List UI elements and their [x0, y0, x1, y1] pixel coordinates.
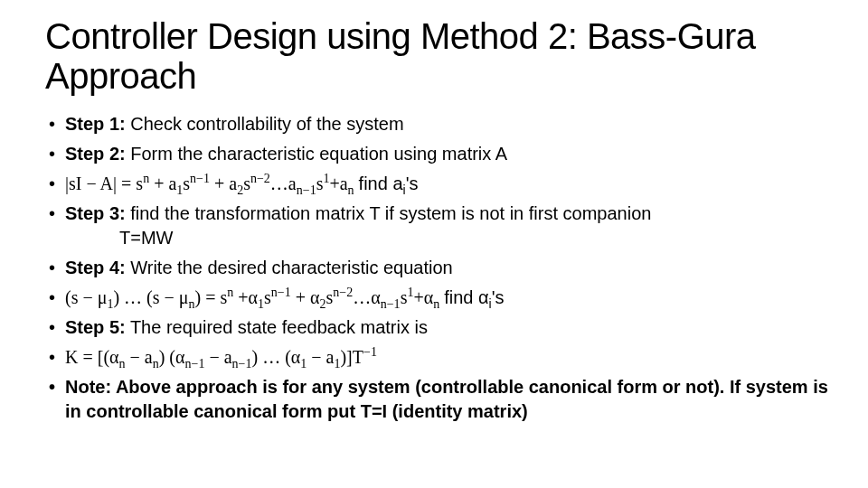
- k-s2: n: [153, 357, 159, 371]
- dp-expnm1: n−1: [271, 286, 291, 299]
- cp-a1: + a: [149, 174, 176, 193]
- dp-d1: ) … (s − μ: [113, 287, 188, 307]
- k-expr: K = [(αn − an) (αn−1 − an−1) … (α1 − a1)…: [65, 347, 377, 367]
- step-1-text: Check controllability of the system: [126, 114, 404, 134]
- k-m2: ) (α: [159, 347, 185, 367]
- dp-eq: ) = s: [195, 287, 228, 307]
- step-3: Step 3: find the transformation matrix T…: [45, 202, 832, 250]
- dp-expnm2: n−2: [333, 286, 353, 299]
- slide-title: Controller Design using Method 2: Bass-G…: [45, 16, 832, 96]
- bullet-list: Step 1: Check controllability of the sys…: [45, 112, 832, 424]
- char-poly-expr: |sI − A| = sn + a1sn−1 + a2sn−2…an−1s1+a…: [65, 174, 359, 193]
- k-s3: n−1: [185, 357, 205, 371]
- k-matrix: K = [(αn − an) (αn−1 − an−1) … (α1 − a1)…: [45, 345, 832, 370]
- char-poly: |sI − A| = sn + a1sn−1 + a2sn−2…an−1s1+a…: [45, 172, 832, 196]
- step-1: Step 1: Check controllability of the sys…: [45, 112, 832, 136]
- k-s1: n: [119, 357, 126, 371]
- dp-subnm1: n−1: [381, 297, 401, 311]
- step-4-text: Write the desired characteristic equatio…: [126, 258, 453, 277]
- step-1-label: Step 1:: [65, 114, 126, 134]
- dp-al2: + α: [291, 287, 320, 307]
- dp-dots: …α: [353, 287, 380, 307]
- cp-find-post: 's: [406, 174, 419, 193]
- cp-dots: …a: [270, 174, 297, 193]
- dp-al1: +α: [233, 287, 258, 307]
- cp-s2: s: [183, 174, 190, 193]
- step-5-label: Step 5:: [65, 317, 126, 337]
- cp-an: +a: [329, 174, 347, 193]
- cp-s3: s: [243, 174, 250, 193]
- cp-find: find ai's: [359, 174, 419, 193]
- step-2: Step 2: Form the characteristic equation…: [45, 142, 832, 166]
- step-2-label: Step 2:: [65, 144, 126, 164]
- dp-find-post: 's: [492, 287, 505, 307]
- note-text: Above approach is for any system (contro…: [65, 377, 828, 421]
- step-4: Step 4: Write the desired characteristic…: [45, 256, 832, 280]
- cp-sub-nm1: n−1: [297, 183, 316, 197]
- k-m6: )]T: [340, 347, 363, 367]
- dp-alns: n: [433, 297, 439, 311]
- cp-exp-nm2: n−2: [250, 172, 270, 185]
- step-2-text: Form the characteristic equation using m…: [126, 144, 507, 164]
- k-inv: −1: [363, 345, 377, 359]
- step-3-label: Step 3:: [65, 203, 126, 223]
- k-m5: − a: [307, 347, 334, 367]
- slide: Controller Design using Method 2: Bass-G…: [0, 0, 868, 447]
- step-3-text: find the transformation matrix T if syst…: [126, 203, 652, 223]
- dp-aln: +α: [413, 287, 433, 307]
- desired-poly: (s − μ1) … (s − μn) = sn +α1sn−1 + α2sn−…: [45, 286, 832, 310]
- cp-subn: n: [348, 183, 354, 197]
- dp-s2: s: [264, 287, 271, 307]
- cp-find-pre: find a: [359, 174, 403, 193]
- k-s4: n−1: [232, 357, 252, 371]
- cp-exp-nm1: n−1: [190, 172, 210, 185]
- note: Note: Above approach is for any system (…: [45, 375, 832, 424]
- k-pre: K = [(α: [65, 347, 119, 367]
- step-5-text: The required state feedback matrix is: [126, 317, 428, 337]
- desired-expr: (s − μ1) … (s − μn) = sn +α1sn−1 + α2sn−…: [65, 287, 444, 307]
- dp-subn: n: [189, 297, 195, 311]
- step-5: Step 5: The required state feedback matr…: [45, 315, 832, 340]
- cp-a2: + a: [210, 174, 237, 193]
- step-4-label: Step 4:: [65, 258, 126, 277]
- dp-find-pre: find α: [444, 287, 488, 307]
- k-m1: − a: [126, 347, 153, 367]
- k-m3: − a: [204, 347, 231, 367]
- dp-al2s: 2: [320, 297, 326, 311]
- dp-al1s: 1: [258, 297, 264, 311]
- dp-find: find αi's: [444, 287, 504, 307]
- dp-s1: (s − μ: [65, 287, 107, 307]
- k-m4: ) … (α: [251, 347, 300, 367]
- cp-s1: |sI − A| = s: [65, 174, 143, 193]
- note-label: Note:: [65, 377, 116, 397]
- step-3-sub: T=MW: [65, 226, 832, 250]
